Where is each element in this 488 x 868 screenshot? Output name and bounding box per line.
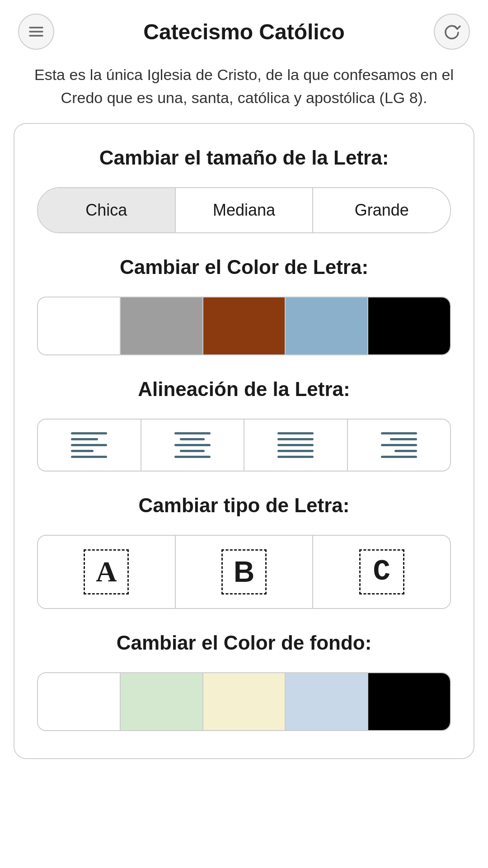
font-color-black[interactable] xyxy=(368,297,450,354)
font-size-medium[interactable]: Mediana xyxy=(176,188,314,232)
align-right-btn[interactable] xyxy=(348,420,450,471)
font-size-small[interactable]: Chica xyxy=(38,188,176,232)
font-color-lightblue[interactable] xyxy=(286,297,368,354)
alignment-title: Alineación de la Letra: xyxy=(37,378,451,401)
align-left-btn[interactable] xyxy=(38,420,141,471)
bg-color-selector xyxy=(37,672,451,731)
align-right-icon xyxy=(381,432,417,458)
menu-icon xyxy=(27,23,45,41)
bg-color-yellow[interactable] xyxy=(203,673,286,730)
bg-color-title: Cambiar el Color de fondo: xyxy=(37,632,451,654)
header: Catecismo Católico xyxy=(0,0,488,59)
font-type-b[interactable]: B xyxy=(176,536,314,608)
font-type-selector: A B C xyxy=(37,535,451,609)
font-letter-c: C xyxy=(359,549,404,594)
font-letter-b: B xyxy=(221,549,267,594)
font-color-title: Cambiar el Color de Letra: xyxy=(37,256,451,278)
bg-color-green[interactable] xyxy=(121,673,203,730)
refresh-button[interactable] xyxy=(434,14,470,50)
bg-color-black[interactable] xyxy=(368,673,450,730)
refresh-icon xyxy=(443,23,461,41)
font-letter-a: A xyxy=(84,549,129,594)
font-color-gray[interactable] xyxy=(121,297,203,354)
align-left-icon xyxy=(71,432,107,458)
font-color-selector xyxy=(37,297,451,355)
bg-color-white[interactable] xyxy=(38,673,121,730)
font-color-white[interactable] xyxy=(38,297,121,354)
menu-button[interactable] xyxy=(18,14,54,50)
page-title: Catecismo Católico xyxy=(54,19,434,44)
font-size-selector: Chica Mediana Grande xyxy=(37,187,451,233)
font-color-brown[interactable] xyxy=(203,297,286,354)
align-center-icon xyxy=(174,432,211,458)
font-type-c[interactable]: C xyxy=(313,536,450,608)
bg-color-blue[interactable] xyxy=(286,673,368,730)
font-type-a[interactable]: A xyxy=(38,536,176,608)
font-size-large[interactable]: Grande xyxy=(313,188,450,232)
settings-card: Cambiar el tamaño de la Letra: Chica Med… xyxy=(14,123,474,759)
alignment-selector xyxy=(37,419,451,472)
font-type-title: Cambiar tipo de Letra: xyxy=(37,494,451,517)
align-justify-icon xyxy=(277,432,314,458)
subtitle-text: Esta es la única Iglesia de Cristo, de l… xyxy=(0,59,488,123)
font-size-title: Cambiar el tamaño de la Letra: xyxy=(37,146,451,169)
align-center-btn[interactable] xyxy=(141,420,245,471)
align-justify-btn[interactable] xyxy=(244,420,348,471)
